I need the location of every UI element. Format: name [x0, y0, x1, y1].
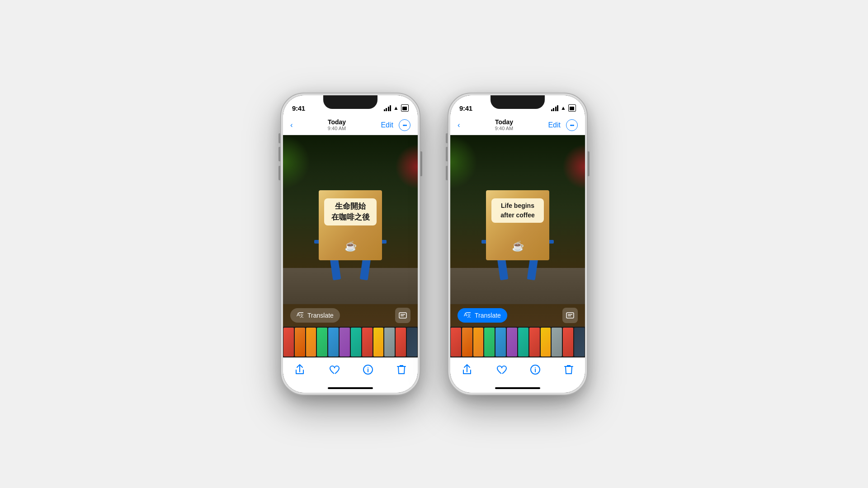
edit-button[interactable]: Edit	[548, 121, 561, 129]
nav-subtitle: 9:40 AM	[328, 126, 346, 131]
favorite-button[interactable]	[496, 365, 507, 377]
home-indicator	[450, 384, 585, 393]
film-thumb[interactable]	[473, 328, 484, 357]
status-time: 9:41	[459, 104, 472, 112]
info-button[interactable]	[530, 365, 540, 377]
film-thumb[interactable]	[451, 328, 461, 357]
nav-bar: ‹ Today 9:40 AM Edit •••	[450, 115, 585, 135]
wifi-icon: ▲	[561, 105, 566, 111]
svg-point-8	[368, 367, 368, 368]
film-thumb[interactable]	[574, 328, 585, 357]
favorite-button[interactable]	[329, 365, 340, 377]
sign-board: 生命開始 在咖啡之後 ☕	[319, 190, 382, 260]
delete-button[interactable]	[564, 364, 573, 378]
phone-inner: 9:41 ▲ ‹ Today	[450, 95, 585, 393]
film-thumb[interactable]	[462, 328, 472, 357]
translate-icon: A 文	[297, 311, 305, 320]
home-bar	[495, 387, 540, 389]
more-button[interactable]: •••	[566, 119, 578, 131]
more-button[interactable]: •••	[399, 119, 410, 131]
info-button[interactable]	[363, 365, 373, 377]
wifi-icon: ▲	[393, 105, 399, 111]
film-thumb[interactable]	[518, 328, 528, 357]
translate-button[interactable]: A 文 Translate	[458, 308, 507, 323]
greenery-left	[283, 135, 310, 189]
nav-actions: Edit •••	[548, 119, 578, 131]
film-thumb[interactable]	[552, 328, 562, 357]
sign-text-line1: 生命開始	[329, 201, 372, 212]
share-button[interactable]	[295, 364, 305, 378]
film-thumb[interactable]	[484, 328, 495, 357]
film-thumb[interactable]	[283, 328, 294, 357]
film-thumb[interactable]	[340, 328, 350, 357]
photo-bottom-bar: A 文 Translate	[450, 304, 585, 327]
toolbar	[283, 357, 418, 384]
film-thumb[interactable]	[295, 328, 305, 357]
nav-title: Today	[328, 118, 346, 126]
delete-button[interactable]	[397, 364, 406, 378]
toolbar	[450, 357, 585, 384]
status-icons: ▲	[384, 104, 409, 112]
sign-text-bubble: Life begins after coffee	[491, 198, 544, 223]
sign-container: 生命開始 在咖啡之後 ☕	[314, 190, 387, 281]
sign-text-line2: 在咖啡之後	[329, 212, 372, 223]
film-thumb[interactable]	[351, 328, 361, 357]
translate-label: Translate	[475, 312, 501, 319]
photo-area: 生命開始 在咖啡之後 ☕ A 文	[283, 135, 418, 327]
nav-bar: ‹ Today 9:40 AM Edit •••	[283, 115, 418, 135]
film-thumb[interactable]	[407, 328, 417, 357]
notch	[323, 95, 377, 109]
svg-rect-3	[399, 313, 406, 318]
phone-before: 9:41 ▲ ‹ Today	[280, 93, 420, 395]
back-button[interactable]: ‹	[458, 121, 460, 130]
status-time: 9:41	[292, 104, 305, 112]
signal-icon	[384, 105, 392, 111]
power-button[interactable]	[420, 151, 422, 176]
film-thumb[interactable]	[306, 328, 316, 357]
back-button[interactable]: ‹	[290, 121, 293, 130]
film-thumb[interactable]	[495, 328, 506, 357]
coffee-icon: ☕	[344, 240, 357, 252]
greenery-right	[562, 144, 585, 189]
film-thumb[interactable]	[396, 328, 406, 357]
phone-after: 9:41 ▲ ‹ Today	[448, 93, 588, 395]
nav-title-group: Today 9:40 AM	[328, 118, 346, 132]
sign-text-line2: after coffee	[496, 211, 539, 220]
svg-text:文: 文	[467, 314, 471, 318]
nav-actions: Edit •••	[381, 119, 410, 131]
film-strip	[283, 327, 418, 357]
svg-point-17	[535, 367, 536, 368]
film-thumb[interactable]	[507, 328, 517, 357]
sign-text-line1: Life begins	[496, 201, 539, 211]
translate-icon: A 文	[464, 311, 472, 320]
share-button[interactable]	[462, 364, 472, 378]
battery-icon	[401, 104, 409, 112]
film-thumb[interactable]	[563, 328, 573, 357]
film-thumb[interactable]	[373, 328, 384, 357]
phone-inner: 9:41 ▲ ‹ Today	[283, 95, 418, 393]
battery-icon	[568, 104, 576, 112]
film-thumb[interactable]	[362, 328, 373, 357]
film-thumb[interactable]	[529, 328, 540, 357]
film-thumb[interactable]	[541, 328, 551, 357]
power-button[interactable]	[588, 151, 590, 176]
film-thumb[interactable]	[328, 328, 339, 357]
screen: 9:41 ▲ ‹ Today	[450, 95, 585, 393]
home-bar	[328, 387, 373, 389]
film-strip	[450, 327, 585, 357]
screen: 9:41 ▲ ‹ Today	[283, 95, 418, 393]
greenery-right	[395, 144, 418, 189]
live-text-button[interactable]	[395, 308, 410, 323]
live-text-button[interactable]	[562, 308, 578, 323]
sign-text-bubble: 生命開始 在咖啡之後	[324, 198, 377, 225]
notch	[491, 95, 545, 109]
photo-bottom-bar: A 文 Translate	[283, 304, 418, 327]
coffee-icon: ☕	[512, 240, 524, 252]
film-thumb[interactable]	[384, 328, 395, 357]
nav-title-group: Today 9:40 AM	[495, 118, 513, 132]
edit-button[interactable]: Edit	[381, 121, 393, 129]
translate-button[interactable]: A 文 Translate	[290, 308, 340, 323]
svg-text:文: 文	[300, 314, 304, 318]
film-thumb[interactable]	[317, 328, 327, 357]
nav-title: Today	[495, 118, 513, 126]
